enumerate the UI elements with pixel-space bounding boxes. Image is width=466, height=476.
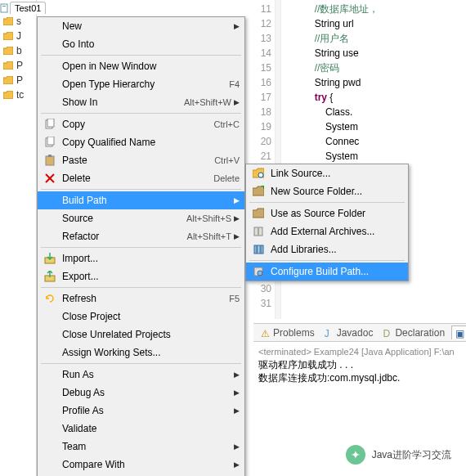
menu-item[interactable]: Add External Archives... (246, 222, 408, 240)
menu-separator (41, 363, 241, 364)
menu-label: Open in New Window (62, 61, 240, 72)
submenu-arrow-icon: ▶ (231, 370, 240, 379)
menu-item[interactable]: Copy Qualified Name (38, 133, 244, 151)
menu-separator (41, 287, 241, 288)
menu-label: Go Into (62, 38, 240, 50)
menu-label: Use as Source Folder (271, 208, 403, 219)
wechat-icon: ✦ (346, 445, 365, 465)
menu-item[interactable]: RefreshF5 (38, 290, 244, 308)
menu-label: Copy Qualified Name (62, 137, 240, 148)
blank-icon (43, 368, 57, 381)
menu-item[interactable]: PasteCtrl+V (38, 151, 244, 169)
submenu-arrow-icon: ▶ (231, 196, 240, 204)
menu-item[interactable]: Export... (38, 267, 244, 285)
folder-icon (2, 60, 14, 71)
project-tab[interactable]: Test01 (10, 2, 46, 14)
svg-point-12 (258, 173, 263, 177)
menu-label: Profile As (62, 405, 231, 416)
menu-label: Close Project (62, 311, 240, 322)
tab-label: Problems (273, 327, 315, 339)
menu-item[interactable]: Debug As▶ (38, 384, 244, 402)
menu-item[interactable]: Import... (38, 249, 244, 267)
submenu-arrow-icon: ▶ (231, 442, 240, 451)
menu-item[interactable]: Assign Working Sets... (38, 344, 244, 361)
menu-label: Debug As (62, 387, 231, 398)
bottom-tab[interactable]: DDeclaration (379, 326, 448, 339)
menu-item[interactable]: +New Source Folder... (246, 182, 408, 200)
menu-item[interactable]: Run As▶ (38, 366, 244, 384)
bottom-tabs[interactable]: ⚠ProblemsJJavadocDDeclaration▣Conso (253, 324, 466, 342)
menu-label: Delete (62, 173, 207, 184)
menu-item[interactable]: Team▶ (38, 438, 244, 456)
menu-item[interactable]: New▶ (38, 17, 244, 35)
package-explorer[interactable]: Test01 sJbPPtc (0, 0, 37, 476)
context-menu[interactable]: New▶Go IntoOpen in New WindowOpen Type H… (37, 16, 245, 476)
tree-label: s (16, 16, 21, 27)
submenu-arrow-icon: ▶ (231, 460, 240, 469)
menu-item[interactable]: Validate (38, 420, 244, 438)
menu-item[interactable]: Configure Build Path... (246, 263, 408, 281)
menu-item[interactable]: Open Type HierarchyF4 (38, 75, 244, 93)
tree-item[interactable]: J (0, 29, 36, 43)
svg-rect-1 (2, 6, 6, 7)
menu-label: Refresh (62, 293, 222, 304)
menu-label: Configure Build Path... (271, 266, 403, 277)
submenu-arrow-icon: ▶ (231, 232, 240, 240)
menu-item[interactable]: Show InAlt+Shift+W▶ (38, 93, 244, 111)
menu-item[interactable]: Compare With▶ (38, 456, 244, 474)
archive-icon (251, 225, 266, 238)
svg-rect-15 (258, 227, 259, 236)
menu-item[interactable]: Close Unrelated Projects (38, 326, 244, 344)
menu-label: Compare With (62, 459, 231, 470)
menu-item[interactable]: Link Source... (246, 164, 408, 182)
folder-icon (2, 16, 14, 27)
svg-rect-18 (261, 245, 263, 254)
tab-icon: D (383, 328, 392, 338)
menu-item[interactable]: Build Path▶ (38, 191, 244, 209)
svg-rect-16 (254, 245, 257, 254)
lib-icon (251, 243, 266, 256)
tree-item[interactable]: b (0, 43, 36, 58)
menu-item[interactable]: Go Into (38, 35, 244, 53)
export-icon (43, 270, 57, 283)
tree-label: J (16, 30, 21, 42)
menu-item[interactable]: Add Libraries... (246, 240, 408, 258)
tree-item[interactable]: P (0, 73, 36, 88)
menu-separator (41, 247, 241, 248)
tree-label: P (16, 60, 23, 71)
menu-separator (249, 202, 405, 203)
tree-item[interactable]: s (0, 14, 36, 29)
blank-icon (43, 194, 57, 207)
svg-point-20 (258, 271, 262, 276)
menu-label: Show In (62, 97, 177, 108)
build-path-submenu[interactable]: Link Source...+New Source Folder...Use a… (245, 164, 409, 281)
menu-accelerator: Alt+Shift+W (184, 97, 231, 107)
menu-label: Validate (62, 423, 240, 434)
tree-item[interactable]: tc (0, 88, 36, 102)
menu-accelerator: Delete (213, 173, 240, 183)
menu-item[interactable]: SourceAlt+Shift+S▶ (38, 209, 244, 227)
console-output[interactable]: <terminated> Example24 [Java Application… (253, 342, 466, 388)
menu-label: Paste (62, 155, 208, 166)
folder-icon (2, 45, 14, 56)
menu-item[interactable]: Close Project (38, 308, 244, 326)
refresh-icon (43, 292, 57, 305)
blank-icon (43, 458, 57, 471)
menu-item[interactable]: CopyCtrl+C (38, 115, 244, 133)
console-line: 驱动程序加载成功 . . . (258, 358, 461, 371)
tree-item[interactable]: P (0, 58, 36, 73)
blank-icon (43, 328, 57, 341)
menu-item[interactable]: Open in New Window (38, 57, 244, 75)
blank-icon (43, 422, 57, 435)
menu-separator (249, 260, 405, 261)
bottom-tab[interactable]: JJavadoc (321, 326, 377, 339)
menu-item[interactable]: DeleteDelete (38, 169, 244, 187)
bottom-tab[interactable]: ⚠Problems (258, 326, 318, 339)
menu-item[interactable]: RefactorAlt+Shift+T▶ (38, 227, 244, 245)
tree-label: P (16, 74, 23, 86)
file-icon (0, 2, 10, 14)
folder-icon (2, 89, 14, 101)
menu-item[interactable]: Profile As▶ (38, 402, 244, 420)
bottom-tab[interactable]: ▣Conso (451, 326, 466, 339)
menu-item[interactable]: Use as Source Folder (246, 204, 408, 222)
